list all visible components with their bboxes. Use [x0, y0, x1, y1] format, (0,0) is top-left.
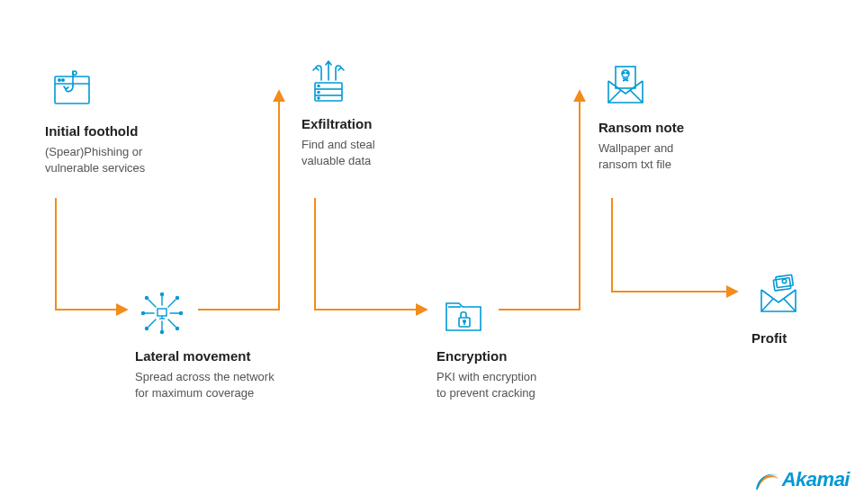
node-title: Encryption [436, 348, 536, 364]
svg-point-35 [623, 72, 625, 74]
node-title: Exfiltration [302, 116, 375, 131]
svg-point-41 [782, 278, 787, 283]
svg-point-23 [176, 327, 179, 329]
node-title: Lateral movement [135, 348, 274, 364]
node-lateral-movement: Lateral movement Spread across the netwo… [135, 288, 274, 400]
node-ransom-note: Ransom note Wallpaper andransom txt file [598, 59, 684, 172]
svg-line-18 [168, 300, 176, 307]
node-initial-foothold: Initial foothold (Spear)Phishing orvulne… [45, 63, 145, 176]
svg-point-11 [161, 330, 164, 333]
svg-point-31 [464, 320, 466, 322]
svg-point-21 [146, 327, 148, 329]
connector-3-4 [313, 196, 435, 318]
svg-line-16 [148, 300, 156, 307]
connector-1-2 [54, 196, 135, 318]
encryption-icon [436, 288, 490, 338]
node-desc: Wallpaper andransom txt file [598, 140, 684, 172]
brand-name: Akamai [782, 468, 850, 491]
profit-icon [752, 270, 806, 320]
node-title: Ransom note [598, 120, 684, 135]
connector-2-3b [196, 86, 297, 315]
network-spread-icon [135, 288, 189, 338]
brand-logo: Akamai [753, 466, 850, 493]
node-title: Initial foothold [45, 123, 145, 139]
akamai-wave-icon [753, 466, 780, 493]
svg-point-28 [318, 91, 320, 93]
svg-point-13 [142, 311, 145, 314]
node-profit: Profit [752, 270, 806, 351]
svg-point-29 [318, 97, 320, 99]
svg-point-36 [626, 72, 628, 74]
svg-point-19 [176, 296, 179, 299]
svg-point-17 [146, 296, 148, 299]
svg-point-3 [62, 78, 64, 80]
connector-5-6 [610, 196, 745, 300]
node-desc: Find and stealvaluable data [302, 137, 375, 168]
svg-line-20 [148, 320, 156, 327]
node-desc: (Spear)Phishing orvulnerable services [45, 144, 145, 176]
node-exfiltration: Exfiltration Find and stealvaluable data [302, 56, 375, 168]
exfiltration-icon [302, 56, 356, 105]
svg-point-15 [180, 311, 183, 314]
node-title: Profit [752, 330, 806, 346]
svg-point-9 [161, 292, 164, 295]
node-desc: Spread across the networkfor maximum cov… [135, 369, 274, 400]
svg-point-27 [318, 85, 320, 86]
svg-rect-5 [158, 309, 166, 316]
svg-point-2 [58, 78, 60, 80]
connector-4-5 [497, 86, 596, 315]
node-encryption: Encryption PKI with encryptionto prevent… [436, 288, 536, 400]
svg-point-4 [73, 71, 76, 75]
ransom-note-icon [598, 59, 652, 109]
node-desc: PKI with encryptionto prevent cracking [436, 369, 536, 400]
phishing-icon [45, 63, 99, 112]
svg-line-22 [168, 320, 176, 327]
